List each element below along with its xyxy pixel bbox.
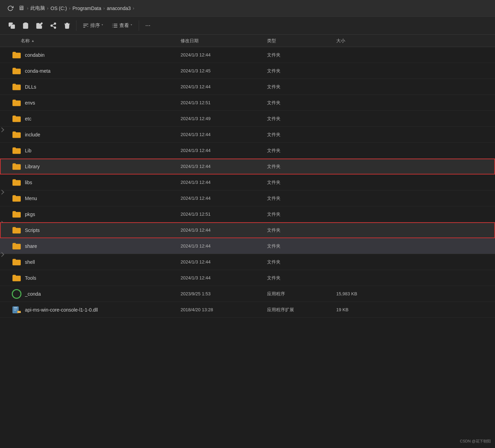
folder-icon bbox=[12, 258, 21, 266]
view-button[interactable]: 查看 bbox=[108, 19, 136, 33]
refresh-button[interactable] bbox=[6, 3, 15, 13]
toolbar-divider-2 bbox=[139, 20, 139, 31]
breadcrumb-c-drive[interactable]: OS (C:) bbox=[51, 6, 67, 11]
breadcrumb-separator-2: › bbox=[69, 6, 70, 11]
file-name-cell: DLL api-ms-win-core-console-l1-1-0.dll bbox=[0, 306, 176, 314]
file-type-cell: 文件夹 bbox=[263, 116, 332, 122]
folder-icon bbox=[12, 274, 21, 282]
file-row-api-ms-win-core-console[interactable]: DLL api-ms-win-core-console-l1-1-0.dll 2… bbox=[0, 302, 495, 318]
file-row-condabin[interactable]: condabin 2024/1/3 12:44 文件夹 bbox=[0, 47, 495, 63]
file-name-label: DLLs bbox=[25, 84, 36, 90]
file-date-cell: 2024/1/3 12:49 bbox=[176, 116, 263, 121]
file-name-cell: include bbox=[0, 131, 176, 138]
folder-icon bbox=[12, 115, 21, 123]
file-row-_conda[interactable]: _conda 2023/9/25 1:53 应用程序 15,983 KB bbox=[0, 286, 495, 302]
file-date-cell: 2018/4/20 13:28 bbox=[176, 307, 263, 312]
file-type-cell: 应用程序扩展 bbox=[263, 307, 332, 313]
file-row-pkgs[interactable]: pkgs 2024/1/3 12:51 文件夹 bbox=[0, 206, 495, 222]
file-row-Lib[interactable]: Lib 2024/1/3 12:44 文件夹 bbox=[0, 143, 495, 159]
file-name-label: include bbox=[25, 132, 40, 137]
svg-rect-18 bbox=[14, 308, 17, 309]
file-date-cell: 2024/1/3 12:51 bbox=[176, 100, 263, 105]
file-date-cell: 2024/1/3 12:44 bbox=[176, 196, 263, 201]
toolbar-divider-1 bbox=[76, 20, 76, 31]
breadcrumb-programdata[interactable]: ProgramData bbox=[72, 6, 101, 11]
file-date-cell: 2024/1/3 12:44 bbox=[176, 259, 263, 265]
file-type-cell: 文件夹 bbox=[263, 259, 332, 265]
file-name-label: shell bbox=[25, 259, 35, 265]
col-modified-header[interactable]: 修改日期 bbox=[176, 38, 263, 44]
file-name-cell: conda-meta bbox=[0, 67, 176, 75]
file-name-cell: Menu bbox=[0, 195, 176, 202]
file-name-label: Tools bbox=[25, 275, 36, 281]
file-row-envs[interactable]: envs 2024/1/3 12:51 文件夹 bbox=[0, 95, 495, 111]
folder-icon bbox=[12, 242, 21, 250]
file-type-cell: 文件夹 bbox=[263, 100, 332, 106]
file-name-cell: share bbox=[0, 242, 176, 250]
file-name-cell: Lib bbox=[0, 147, 176, 154]
file-name-label: Lib bbox=[25, 148, 31, 153]
file-row-libs[interactable]: libs 2024/1/3 12:44 文件夹 bbox=[0, 174, 495, 190]
file-name-label: condabin bbox=[25, 52, 45, 58]
file-name-label: etc bbox=[25, 116, 31, 122]
file-type-cell: 文件夹 bbox=[263, 68, 332, 74]
file-name-cell: _conda bbox=[0, 289, 176, 299]
folder-icon bbox=[12, 179, 21, 186]
file-name-label: _conda bbox=[25, 291, 41, 297]
file-size-cell: 19 KB bbox=[332, 307, 401, 312]
file-date-cell: 2024/1/3 12:44 bbox=[176, 227, 263, 233]
file-date-cell: 2024/1/3 12:45 bbox=[176, 68, 263, 73]
file-name-label: pkgs bbox=[25, 212, 35, 217]
file-type-cell: 文件夹 bbox=[263, 52, 332, 58]
app-icon bbox=[12, 289, 21, 299]
file-row-Scripts[interactable]: Scripts 2024/1/3 12:44 文件夹 bbox=[0, 222, 495, 238]
file-type-cell: 文件夹 bbox=[263, 163, 332, 170]
file-date-cell: 2024/1/3 12:44 bbox=[176, 180, 263, 185]
file-name-cell: Tools bbox=[0, 274, 176, 282]
file-row-include[interactable]: include 2024/1/3 12:44 文件夹 bbox=[0, 127, 495, 143]
file-name-cell: shell bbox=[0, 258, 176, 266]
file-name-cell: condabin bbox=[0, 51, 176, 59]
svg-rect-0 bbox=[11, 25, 15, 28]
folder-icon bbox=[12, 99, 21, 107]
file-name-label: envs bbox=[25, 100, 35, 106]
more-button[interactable]: ··· bbox=[142, 19, 154, 33]
copy-button[interactable] bbox=[6, 19, 18, 33]
watermark: CSDN @花下朝阳 bbox=[460, 439, 491, 444]
folder-icon bbox=[12, 210, 21, 218]
paste-button[interactable] bbox=[19, 19, 32, 33]
address-bar: 🖥 › 此电脑 › OS (C:) › ProgramData › anacon… bbox=[0, 0, 495, 17]
breadcrumb-separator-4: › bbox=[133, 6, 134, 11]
share-button[interactable] bbox=[47, 19, 59, 33]
delete-button[interactable] bbox=[61, 19, 73, 33]
computer-icon: 🖥 bbox=[18, 5, 24, 12]
file-name-label: libs bbox=[25, 180, 32, 185]
col-type-header[interactable]: 类型 bbox=[263, 38, 332, 44]
file-date-cell: 2024/1/3 12:44 bbox=[176, 164, 263, 169]
col-name-header[interactable]: 名称 ▲ bbox=[0, 38, 176, 44]
file-date-cell: 2024/1/3 12:44 bbox=[176, 52, 263, 57]
file-row-Library[interactable]: Library 2024/1/3 12:44 文件夹 bbox=[0, 159, 495, 174]
file-row-Menu[interactable]: Menu 2024/1/3 12:44 文件夹 bbox=[0, 190, 495, 206]
column-headers: 名称 ▲ 修改日期 类型 大小 bbox=[0, 35, 495, 47]
file-date-cell: 2024/1/3 12:44 bbox=[176, 148, 263, 153]
file-type-cell: 文件夹 bbox=[263, 179, 332, 186]
rename-button[interactable] bbox=[33, 19, 46, 33]
file-row-etc[interactable]: etc 2024/1/3 12:49 文件夹 bbox=[0, 111, 495, 127]
file-name-label: Library bbox=[25, 164, 40, 169]
svg-line-5 bbox=[52, 26, 54, 27]
file-row-DLLs[interactable]: DLLs 2024/1/3 12:44 文件夹 bbox=[0, 79, 495, 95]
file-name-label: Menu bbox=[25, 196, 37, 201]
file-date-cell: 2024/1/3 12:44 bbox=[176, 243, 263, 249]
file-row-share[interactable]: share 2024/1/3 12:44 文件夹 bbox=[0, 238, 495, 254]
col-size-header[interactable]: 大小 bbox=[332, 38, 401, 44]
file-row-conda-meta[interactable]: conda-meta 2024/1/3 12:45 文件夹 bbox=[0, 63, 495, 79]
file-row-shell[interactable]: shell 2024/1/3 12:44 文件夹 bbox=[0, 254, 495, 270]
file-row-Tools[interactable]: Tools 2024/1/3 12:44 文件夹 bbox=[0, 270, 495, 286]
name-sort-arrow: ▲ bbox=[31, 39, 35, 43]
folder-icon bbox=[12, 195, 21, 202]
sort-button[interactable]: 排序 bbox=[79, 19, 107, 33]
file-name-cell: libs bbox=[0, 179, 176, 186]
breadcrumb-zhidian[interactable]: 此电脑 bbox=[30, 5, 45, 11]
svg-text:DLL: DLL bbox=[18, 311, 21, 313]
